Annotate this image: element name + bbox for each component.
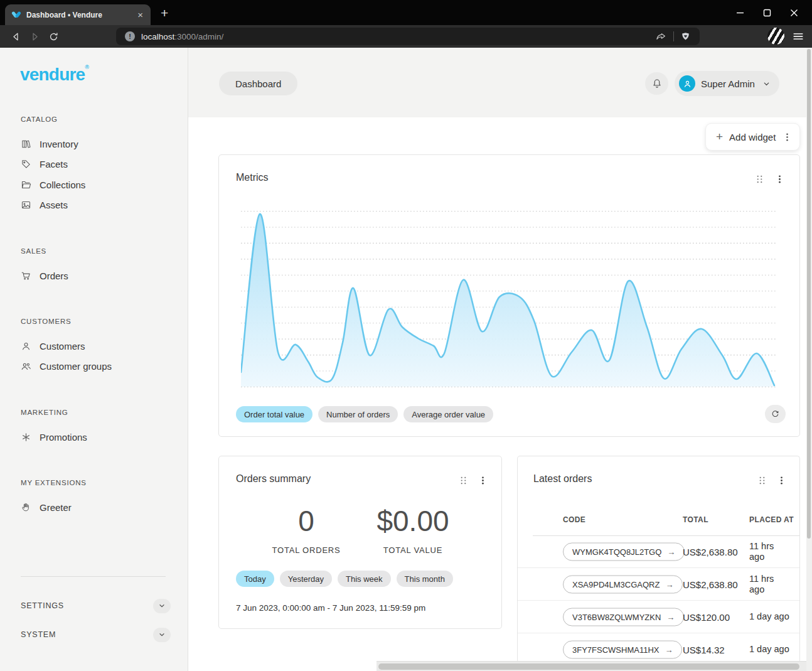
order-placed-at: 1 day ago [749,644,789,655]
sidebar-divider [21,576,166,577]
notifications-button[interactable] [645,72,668,95]
user-menu[interactable]: Super Admin [675,71,779,96]
kebab-menu-icon[interactable] [774,173,786,185]
order-total: US$2,638.80 [683,579,738,589]
orders-summary-widget: Orders summary 0 TOTAL ORDERS $0.00 TOTA… [218,456,502,629]
sidebar-item-greeter[interactable]: Greeter [21,498,179,517]
reload-button[interactable] [44,31,63,42]
main-header: Dashboard Super Admin [188,48,806,117]
total-value-stat: $0.00 TOTAL VALUE [366,504,460,555]
users-icon [21,361,31,372]
order-code-link[interactable]: V3T6BW8ZQLWMYZKN → [563,608,684,626]
column-header-code: CODE [563,515,585,524]
settings-expand-button[interactable] [153,599,171,613]
sidebar-item-promotions[interactable]: Promotions [21,427,179,446]
share-icon[interactable] [655,31,667,43]
window-maximize-button[interactable] [763,9,771,17]
kebab-menu-icon[interactable] [776,475,788,486]
bell-icon [651,78,663,89]
settings-label: SETTINGS [21,601,64,610]
vertical-scrollbar[interactable] [806,48,812,671]
widget-title: Metrics [236,172,269,183]
system-expand-button[interactable] [153,628,171,642]
add-widget-button[interactable]: + Add widget [705,123,800,151]
sidebar-item-collections[interactable]: Collections [21,175,179,194]
metric-tabs: Order total value Number of orders Avera… [236,406,493,422]
order-code-link[interactable]: XSA9PD4LM3CGAQRZ → [563,575,683,593]
plus-icon: + [716,130,723,144]
user-name: Super Admin [701,78,757,89]
range-this-month[interactable]: This month [397,571,453,587]
vendure-logo: vendure® [20,64,88,85]
browser-profile-avatar[interactable] [767,28,784,45]
main-area: Dashboard Super Admin + Add widget Met [188,48,806,671]
sidebar-item-system[interactable]: SYSTEM [21,625,171,644]
site-info-icon[interactable]: ! [125,31,135,41]
add-widget-label: Add widget [729,132,776,142]
column-header-placed-at: PLACED AT [749,515,794,524]
tab-number-of-orders[interactable]: Number of orders [318,406,398,422]
drag-handle-icon[interactable] [757,475,767,486]
order-total: US$120.00 [683,611,730,622]
tab-title: Dashboard • Vendure [26,11,131,19]
sidebar-item-assets[interactable]: Assets [21,195,179,214]
total-value-value: $0.00 [366,504,460,538]
horizontal-scrollbar-thumb[interactable] [378,663,799,670]
back-button[interactable] [6,31,25,42]
sidebar-item-facets[interactable]: Facets [21,154,179,173]
image-icon [21,200,31,210]
sidebar-item-label: Greeter [40,502,72,513]
sidebar-item-label: Inventory [40,139,78,149]
toolbar-separator [673,31,674,41]
latest-orders-widget: Latest orders CODE TOTAL PLACED AT WYMGK… [517,456,800,663]
order-code-link[interactable]: WYMGK4TQQ8JL2TGQ → [563,542,685,561]
browser-tab[interactable]: Dashboard • Vendure × [5,4,151,25]
window-minimize-button[interactable] [736,9,744,17]
tab-average-order-value[interactable]: Average order value [403,406,493,422]
arrow-right-icon: → [665,645,673,654]
column-header-total: TOTAL [683,515,708,524]
sidebar-item-customers[interactable]: Customers [21,336,179,355]
forward-button[interactable] [25,31,44,42]
range-yesterday[interactable]: Yesterday [280,571,332,587]
sidebar-item-inventory[interactable]: Inventory [21,134,179,153]
tab-close-icon[interactable]: × [136,10,144,19]
kebab-menu-icon[interactable] [783,132,792,142]
drag-handle-icon[interactable] [754,173,765,185]
order-total: US$2,638.80 [683,546,738,557]
vertical-scrollbar-thumb[interactable] [807,49,811,539]
metrics-widget: Metrics Order total value Number of orde… [218,154,800,437]
sidebar-item-settings[interactable]: SETTINGS [21,596,171,615]
section-heading-my-extensions: MY EXTENSIONS [21,479,87,486]
range-today[interactable]: Today [236,571,274,587]
breadcrumb[interactable]: Dashboard [219,72,297,95]
system-label: SYSTEM [21,630,56,639]
table-row: WYMGK4TQQ8JL2TGQ → US$2,638.80 11 hrs ag… [518,535,799,568]
order-code-link[interactable]: 3FY7FSCWSHMA11HX → [563,640,682,658]
refresh-button[interactable] [765,405,786,423]
order-total: US$14.32 [683,644,725,655]
window-close-button[interactable] [790,9,798,17]
sidebar-item-orders[interactable]: Orders [21,266,179,285]
user-avatar [679,75,695,92]
table-row: XSA9PD4LM3CGAQRZ → US$2,638.80 11 hrs ag… [518,568,799,601]
url-host: localhost [141,32,174,41]
order-placed-at: 11 hrs ago [749,573,784,595]
horizontal-scrollbar[interactable] [377,661,806,671]
tab-order-total-value[interactable]: Order total value [236,406,313,422]
total-orders-label: TOTAL ORDERS [259,545,353,555]
section-heading-customers: CUSTOMERS [21,318,71,325]
new-tab-button[interactable]: + [161,6,168,21]
range-this-week[interactable]: This week [338,571,391,587]
section-heading-catalog: CATALOG [21,115,58,123]
browser-menu-icon[interactable] [792,30,804,43]
sidebar-item-customer-groups[interactable]: Customer groups [21,357,179,375]
cart-icon [21,271,31,281]
sidebar-item-label: Collections [40,180,85,190]
total-value-label: TOTAL VALUE [366,545,460,555]
kebab-menu-icon[interactable] [477,475,489,486]
brave-shield-icon[interactable] [680,31,691,43]
url-bar[interactable]: ! localhost:3000/admin/ [116,28,700,45]
user-icon [683,79,692,89]
drag-handle-icon[interactable] [458,475,469,486]
